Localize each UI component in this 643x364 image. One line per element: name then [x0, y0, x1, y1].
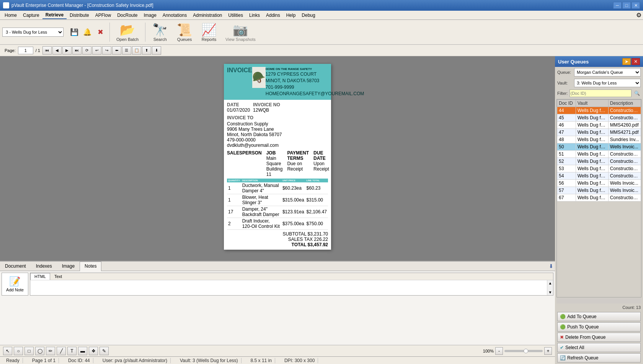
- view-snapshots-button[interactable]: 📷 View Snapshots: [222, 21, 259, 44]
- menu-addins[interactable]: Addins: [263, 12, 283, 19]
- draw-ellipse[interactable]: ○: [14, 347, 23, 355]
- minimize-button[interactable]: ─: [613, 2, 622, 9]
- tab-notes[interactable]: Notes: [80, 262, 101, 271]
- list-item[interactable]: 50Wells Dug for LessWells Invoic...: [557, 143, 641, 151]
- list-item[interactable]: 46Wells Dug for LessMMS4260.pdf: [557, 122, 641, 129]
- reports-button[interactable]: 📈 Reports: [197, 21, 220, 44]
- right-panel-close-button[interactable]: ✕: [632, 58, 640, 65]
- settings-icon[interactable]: ⚙: [636, 11, 641, 19]
- list-item[interactable]: 44Wells Dug for LessConstruction...: [557, 107, 641, 114]
- add-to-queue-button[interactable]: 🟢 Add To Queue: [557, 312, 641, 321]
- nav-up[interactable]: ⬆: [142, 46, 151, 55]
- draw-line[interactable]: ╱: [57, 347, 66, 355]
- menu-capture[interactable]: Capture: [20, 12, 42, 19]
- list-item[interactable]: 51Wells Dug for LessConstruction...: [557, 151, 641, 158]
- list-item[interactable]: 57Wells Dug for LessWells Invoic...: [557, 187, 641, 194]
- list-item[interactable]: 56Wells Dug for LessWells Invoic...: [557, 180, 641, 187]
- open-batch-button[interactable]: 📂 Open Batch: [113, 21, 142, 44]
- app-icon: p: [3, 2, 9, 8]
- menu-docroute[interactable]: DocRoute: [114, 12, 140, 19]
- list-item[interactable]: 45Wells Dug for LessConstruction...: [557, 114, 641, 122]
- zoom-slider[interactable]: [504, 350, 543, 352]
- push-to-queue-button[interactable]: 🟢 Push To Queue: [557, 322, 641, 332]
- page-input[interactable]: [18, 47, 33, 54]
- queue-selector[interactable]: Morgan Carlisle's Queue: [574, 68, 641, 76]
- cell-desc: Wells Invoic...: [608, 180, 641, 187]
- titlebar-title: pVault Enterprise Content Manager - [Con…: [11, 3, 153, 8]
- nav-next[interactable]: ▶: [62, 46, 72, 55]
- search-icon: 🔭: [152, 23, 168, 37]
- note-tab-html[interactable]: HTML: [30, 273, 50, 280]
- filter-icon[interactable]: 🔍: [633, 89, 641, 97]
- push-to-queue-label: Push To Queue: [567, 324, 599, 330]
- list-item[interactable]: 54Wells Dug for LessConstruction...: [557, 172, 641, 180]
- list-item[interactable]: 53Wells Dug for LessConstruction...: [557, 165, 641, 172]
- draw-text[interactable]: T: [67, 347, 77, 355]
- nav-back[interactable]: ⬅: [112, 46, 121, 55]
- draw-bar[interactable]: ▬: [78, 347, 87, 355]
- maximize-button[interactable]: □: [622, 2, 631, 9]
- cell-desc: Draft Inducer, 120-Oil Control Kit: [241, 218, 281, 230]
- queues-button[interactable]: 📜 Queues: [173, 21, 196, 44]
- list-item[interactable]: 48Wells Dug for LessSundries Inv...: [557, 136, 641, 143]
- tab-indexes[interactable]: Indexes: [31, 262, 57, 271]
- list-item[interactable]: 52Wells Dug for LessConstruction...: [557, 158, 641, 165]
- nav-clipboard[interactable]: 📋: [132, 46, 141, 55]
- nav-first[interactable]: ⏮: [42, 46, 52, 55]
- menu-annotations[interactable]: Annotations: [160, 12, 190, 19]
- zoom-plus-button[interactable]: +: [544, 347, 552, 355]
- menu-home[interactable]: Home: [2, 12, 20, 19]
- select-all-button[interactable]: ✔ Select All: [557, 343, 641, 352]
- nav-prev[interactable]: ◀: [52, 46, 62, 55]
- save-button[interactable]: 💾: [68, 26, 80, 38]
- menu-administration[interactable]: Administration: [190, 12, 225, 19]
- note-textarea[interactable]: [30, 280, 547, 295]
- scroll-down-icon[interactable]: ▼: [548, 289, 553, 295]
- nav-refresh[interactable]: ⟳: [82, 46, 91, 55]
- bell-button[interactable]: 🔔: [81, 26, 93, 38]
- horizontal-scrollbar[interactable]: [557, 298, 641, 304]
- draw-pen[interactable]: ✏: [46, 347, 55, 355]
- invoice-body: DATE 01/07/2020 INVOICE NO 12WQB INVOICE…: [224, 100, 331, 250]
- menu-retrieve[interactable]: Retrieve: [42, 11, 67, 19]
- nav-down[interactable]: ⬇: [152, 46, 161, 55]
- collapse-panel-icon[interactable]: ⬇: [547, 262, 555, 271]
- refresh-queue-button[interactable]: 🔄 Refresh Queue: [557, 353, 641, 362]
- rp-vault-selector[interactable]: 3: Wells Dug for Less: [574, 79, 641, 87]
- draw-select[interactable]: ↖: [3, 347, 12, 355]
- draw-shape[interactable]: ❖: [89, 347, 98, 355]
- menu-debug[interactable]: Debug: [299, 12, 318, 19]
- nav-redo[interactable]: ↪: [102, 46, 111, 55]
- list-item[interactable]: 47Wells Dug for LessMMS4271.pdf: [557, 129, 641, 136]
- vault-selector[interactable]: 3 - Wells Dug for Less: [2, 28, 64, 37]
- close-button[interactable]: ✕: [632, 2, 640, 9]
- menu-image[interactable]: Image: [141, 12, 160, 19]
- zoom-minus-button[interactable]: -: [495, 347, 503, 355]
- nav-menu[interactable]: ☰: [122, 46, 131, 55]
- search-button[interactable]: 🔭 Search: [149, 21, 171, 44]
- draw-stamp[interactable]: ✎: [100, 347, 109, 355]
- draw-circle[interactable]: ◯: [35, 347, 44, 355]
- menu-help[interactable]: Help: [283, 12, 299, 19]
- select-all-label: Select All: [565, 345, 584, 350]
- note-tab-text[interactable]: Text: [50, 273, 66, 280]
- draw-rect[interactable]: □: [24, 347, 34, 355]
- delete-button[interactable]: ✖: [94, 26, 106, 38]
- add-note-button[interactable]: 📝 Add Note: [2, 273, 28, 296]
- nav-last[interactable]: ⏭: [72, 46, 82, 55]
- scroll-up-icon[interactable]: ▲: [548, 280, 553, 286]
- menu-apflow[interactable]: APFlow: [92, 12, 114, 19]
- nav-undo[interactable]: ↩: [92, 46, 101, 55]
- menu-utilities[interactable]: Utilities: [225, 12, 246, 19]
- list-item[interactable]: 67Wells Dug for LessConstruction...: [557, 194, 641, 202]
- vault-field: Vault: 3: Wells Dug for Less: [555, 78, 643, 88]
- filter-input[interactable]: [570, 89, 632, 97]
- menu-links[interactable]: Links: [246, 12, 263, 19]
- tab-document[interactable]: Document: [0, 262, 31, 271]
- menu-distribute[interactable]: Distribute: [67, 12, 92, 19]
- payment-label: PAYMENT TERMS: [287, 150, 309, 161]
- note-content-area: ▲ ▼: [30, 280, 553, 295]
- tab-image[interactable]: Image: [57, 262, 80, 271]
- right-panel-nav-button[interactable]: ➤: [622, 58, 631, 65]
- delete-from-queue-button[interactable]: ✖ Delete From Queue: [557, 333, 641, 342]
